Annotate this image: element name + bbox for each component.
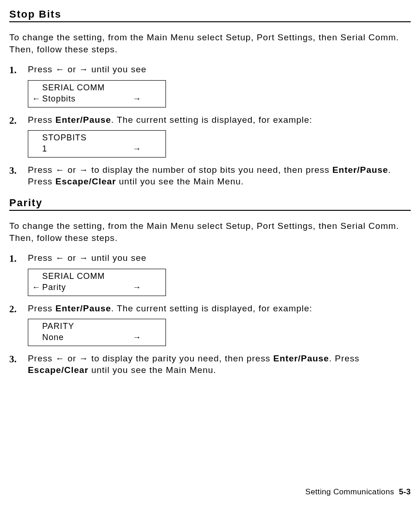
step1-pre-text: Press: [28, 64, 56, 74]
right-arrow-icon: →: [98, 143, 162, 154]
step3-pre-text: Press: [28, 354, 56, 363]
page-footer: Setting Communications 5-3: [9, 487, 411, 497]
intro-parity: To change the setting, from the Main Men…: [9, 220, 411, 244]
footer-page-number: 5-3: [399, 487, 411, 496]
display-line2: None: [42, 332, 98, 343]
step3-mid-text: to display the number of stop bits you n…: [89, 165, 332, 175]
display-stopbits-serialcomm: SERIAL COMM ← Stopbits →: [28, 80, 166, 107]
step2-keyword: Enter/Pause: [56, 115, 111, 125]
step3-post-text: until you see the Main Menu.: [116, 177, 244, 186]
display-line2: Stopbits: [42, 93, 98, 104]
left-arrow-icon: ←: [56, 165, 65, 175]
step3-mid2-text: . Press: [329, 354, 360, 363]
step3-or-text: or: [65, 354, 79, 363]
left-arrow-icon: ←: [32, 282, 42, 293]
display-parity-value: PARITY None →: [28, 319, 166, 346]
step1-or-text: or: [65, 64, 79, 74]
step1-post-text: until you see: [89, 253, 146, 263]
step1-pre-text: Press: [28, 253, 56, 263]
right-arrow-icon: →: [79, 354, 89, 363]
section-title-parity: Parity: [9, 197, 411, 211]
step2-post-text: . The current setting is displayed, for …: [111, 303, 312, 313]
step2-post-text: . The current setting is displayed, for …: [111, 115, 312, 125]
step-stopbits-1: Press ← or → until you see SERIAL COMM ←…: [9, 63, 411, 107]
step-stopbits-3: Press ← or → to display the number of st…: [9, 164, 411, 188]
display-line1: SERIAL COMM: [32, 82, 162, 93]
steps-stopbits: Press ← or → until you see SERIAL COMM ←…: [9, 63, 411, 188]
step2-pre-text: Press: [28, 303, 56, 313]
display-line2: 1: [42, 143, 98, 154]
steps-parity: Press ← or → until you see SERIAL COMM ←…: [9, 252, 411, 376]
right-arrow-icon: →: [79, 253, 89, 263]
display-line1: PARITY: [32, 321, 162, 332]
step3-keyword1: Enter/Pause: [274, 354, 329, 363]
right-arrow-icon: →: [79, 165, 89, 175]
section-title-stopbits: Stop Bits: [9, 8, 411, 22]
step3-pre-text: Press: [28, 165, 56, 175]
step3-post-text: until you see the Main Menu.: [89, 365, 216, 375]
step3-keyword2: Escape/Clear: [28, 365, 89, 375]
display-line2: Parity: [42, 282, 98, 293]
step3-mid-text: to display the parity you need, then pre…: [89, 354, 274, 363]
display-line1: STOPBITS: [32, 132, 162, 143]
right-arrow-icon: →: [98, 93, 162, 104]
step-parity-1: Press ← or → until you see SERIAL COMM ←…: [9, 252, 411, 296]
step2-keyword: Enter/Pause: [56, 303, 111, 313]
step3-keyword1: Enter/Pause: [332, 165, 388, 175]
right-arrow-icon: →: [79, 64, 89, 74]
footer-label: Setting Communications: [305, 487, 395, 496]
left-arrow-icon: ←: [32, 93, 42, 104]
display-stopbits-value: STOPBITS 1 →: [28, 130, 166, 158]
step3-keyword2: Escape/Clear: [56, 177, 116, 186]
left-arrow-icon: ←: [56, 253, 65, 263]
step3-or-text: or: [65, 165, 79, 175]
display-parity-serialcomm: SERIAL COMM ← Parity →: [28, 269, 166, 296]
intro-stopbits: To change the setting, from the Main Men…: [9, 32, 411, 55]
display-line1: SERIAL COMM: [32, 271, 162, 282]
step-parity-3: Press ← or → to display the parity you n…: [9, 353, 411, 376]
left-arrow-icon: ←: [56, 64, 65, 74]
left-arrow-icon: ←: [56, 354, 65, 363]
step1-post-text: until you see: [89, 64, 146, 74]
step2-pre-text: Press: [28, 115, 56, 125]
step1-or-text: or: [65, 253, 79, 263]
step-parity-2: Press Enter/Pause. The current setting i…: [9, 303, 411, 346]
step-stopbits-2: Press Enter/Pause. The current setting i…: [9, 114, 411, 158]
right-arrow-icon: →: [98, 332, 162, 343]
right-arrow-icon: →: [98, 282, 162, 293]
